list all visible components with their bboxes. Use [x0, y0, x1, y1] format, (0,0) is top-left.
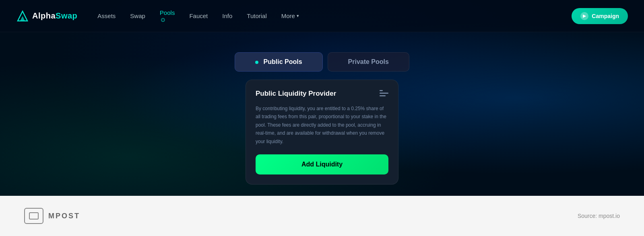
mpost-icon-inner — [29, 212, 39, 220]
logo-text: AlphaSwap — [32, 11, 77, 21]
svg-rect-4 — [380, 95, 386, 96]
card-description: By contributing liquidity, you are entit… — [256, 105, 388, 146]
tab-private-pools[interactable]: Private Pools — [328, 52, 409, 72]
nav-tutorial[interactable]: Tutorial — [247, 12, 266, 19]
main-content: Public Pools Private Pools Public Liquid… — [0, 32, 644, 185]
mpost-logo: MPOST — [24, 208, 80, 224]
nav-faucet[interactable]: Faucet — [189, 12, 208, 19]
campaign-icon: ▶ — [580, 12, 588, 20]
nav-more[interactable]: More ▾ — [281, 12, 299, 19]
mpost-brand-label: MPOST — [48, 212, 80, 220]
card-list-icon — [380, 90, 388, 99]
mpost-icon — [24, 208, 43, 224]
navbar: AlphaSwap Assets Swap Pools ⊙ Faucet Inf… — [0, 0, 644, 32]
svg-marker-1 — [20, 16, 25, 21]
svg-rect-3 — [380, 93, 388, 94]
svg-rect-2 — [380, 90, 383, 91]
add-liquidity-button[interactable]: Add Liquidity — [256, 154, 388, 174]
card-title: Public Liquidity Provider — [256, 90, 336, 98]
nav-links: Assets Swap Pools ⊙ Faucet Info Tutorial… — [97, 9, 572, 23]
tab-private-label: Private Pools — [348, 58, 389, 65]
source-text: Source: mpost.io — [578, 213, 620, 219]
more-label: More — [281, 12, 295, 19]
liquidity-card: Public Liquidity Provider By contributin… — [246, 80, 398, 185]
nav-pools[interactable]: Pools — [160, 9, 175, 16]
pools-active-indicator: ⊙ — [160, 17, 165, 23]
nav-pools-wrapper[interactable]: Pools ⊙ — [160, 9, 175, 23]
active-dot — [255, 61, 258, 64]
nav-info[interactable]: Info — [222, 12, 232, 19]
nav-swap[interactable]: Swap — [130, 12, 145, 19]
nav-assets[interactable]: Assets — [97, 12, 116, 19]
tab-public-label: Public Pools — [264, 58, 302, 65]
tabs-row: Public Pools Private Pools — [235, 52, 409, 72]
card-header: Public Liquidity Provider — [256, 90, 388, 99]
campaign-label: Campaign — [592, 13, 619, 19]
footer: MPOST Source: mpost.io — [0, 196, 644, 236]
logo-area[interactable]: AlphaSwap — [16, 10, 77, 23]
app-frame: AlphaSwap Assets Swap Pools ⊙ Faucet Inf… — [0, 0, 644, 196]
chevron-down-icon: ▾ — [297, 13, 299, 18]
alphaswap-logo-icon — [16, 10, 29, 23]
campaign-button[interactable]: ▶ Campaign — [572, 8, 628, 24]
tab-public-pools[interactable]: Public Pools — [235, 52, 322, 72]
